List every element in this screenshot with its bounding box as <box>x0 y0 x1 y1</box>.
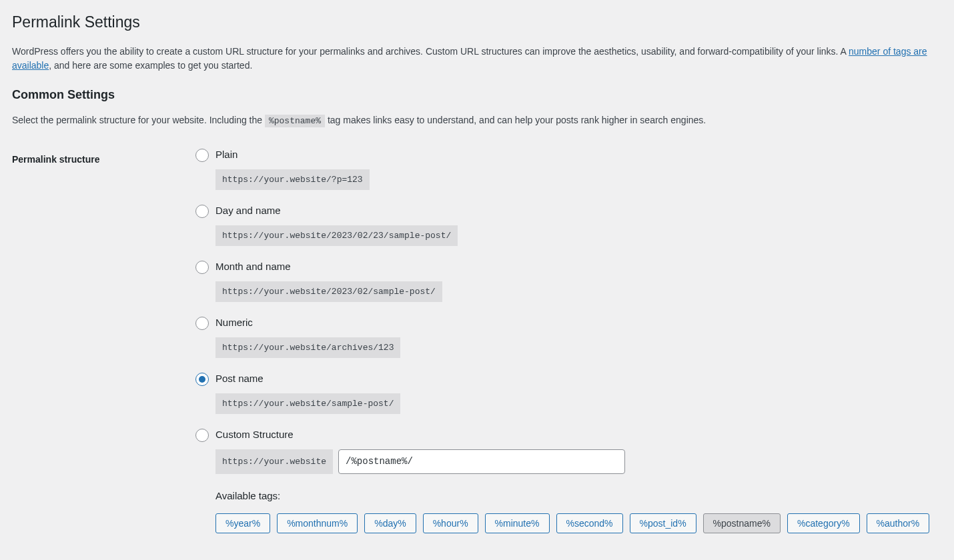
tag-button-minute[interactable]: %minute% <box>485 513 550 533</box>
radio-post-name[interactable] <box>195 373 209 386</box>
page-description: WordPress offers you the ability to crea… <box>12 45 942 73</box>
tag-button-year[interactable]: %year% <box>215 513 270 533</box>
common-desc-pre: Select the permalink structure for your … <box>12 115 265 125</box>
description-text-pre: WordPress offers you the ability to crea… <box>12 46 849 57</box>
postname-code: %postname% <box>265 115 325 127</box>
option-day-name: Day and name https://your.website/2023/0… <box>195 203 942 246</box>
label-post-name[interactable]: Post name <box>215 371 264 387</box>
custom-structure-input[interactable] <box>338 449 625 474</box>
radio-month-name[interactable] <box>195 261 209 274</box>
label-month-name[interactable]: Month and name <box>215 259 291 275</box>
common-settings-heading: Common Settings <box>12 86 942 104</box>
common-settings-description: Select the permalink structure for your … <box>12 113 942 128</box>
option-plain: Plain https://your.website/?p=123 <box>195 147 942 190</box>
tag-button-author[interactable]: %author% <box>867 513 930 533</box>
example-numeric: https://your.website/archives/123 <box>215 337 400 359</box>
tag-button-post_id[interactable]: %post_id% <box>630 513 696 533</box>
tag-button-monthnum[interactable]: %monthnum% <box>277 513 358 533</box>
example-post-name: https://your.website/sample-post/ <box>215 393 400 415</box>
settings-form-table: Permalink structure Plain https://your.w… <box>12 141 942 553</box>
example-day-name: https://your.website/2023/02/23/sample-p… <box>215 225 458 247</box>
example-plain: https://your.website/?p=123 <box>215 169 370 191</box>
tag-button-category[interactable]: %category% <box>787 513 860 533</box>
available-tags-label: Available tags: <box>215 489 942 504</box>
custom-prefix: https://your.website <box>215 449 333 475</box>
radio-day-name[interactable] <box>195 205 209 218</box>
permalink-structure-label: Permalink structure <box>12 141 195 553</box>
label-numeric[interactable]: Numeric <box>215 315 253 331</box>
radio-numeric[interactable] <box>195 317 209 330</box>
label-day-name[interactable]: Day and name <box>215 203 281 219</box>
radio-custom[interactable] <box>195 429 209 442</box>
example-month-name: https://your.website/2023/02/sample-post… <box>215 281 442 303</box>
description-text-post: , and here are some examples to get you … <box>49 60 252 71</box>
label-plain[interactable]: Plain <box>215 147 237 163</box>
tag-button-postname[interactable]: %postname% <box>703 513 781 533</box>
radio-plain[interactable] <box>195 149 209 162</box>
tag-button-day[interactable]: %day% <box>364 513 416 533</box>
option-numeric: Numeric https://your.website/archives/12… <box>195 315 942 358</box>
page-title: Permalink Settings <box>12 7 942 35</box>
option-month-name: Month and name https://your.website/2023… <box>195 259 942 302</box>
tag-button-hour[interactable]: %hour% <box>423 513 478 533</box>
tags-container: %year%%monthnum%%day%%hour%%minute%%seco… <box>215 513 942 533</box>
label-custom[interactable]: Custom Structure <box>215 427 294 443</box>
common-desc-post: tag makes links easy to understand, and … <box>328 115 706 125</box>
option-post-name: Post name https://your.website/sample-po… <box>195 371 942 414</box>
option-custom: Custom Structure https://your.website Av… <box>195 427 942 533</box>
tag-button-second[interactable]: %second% <box>556 513 623 533</box>
